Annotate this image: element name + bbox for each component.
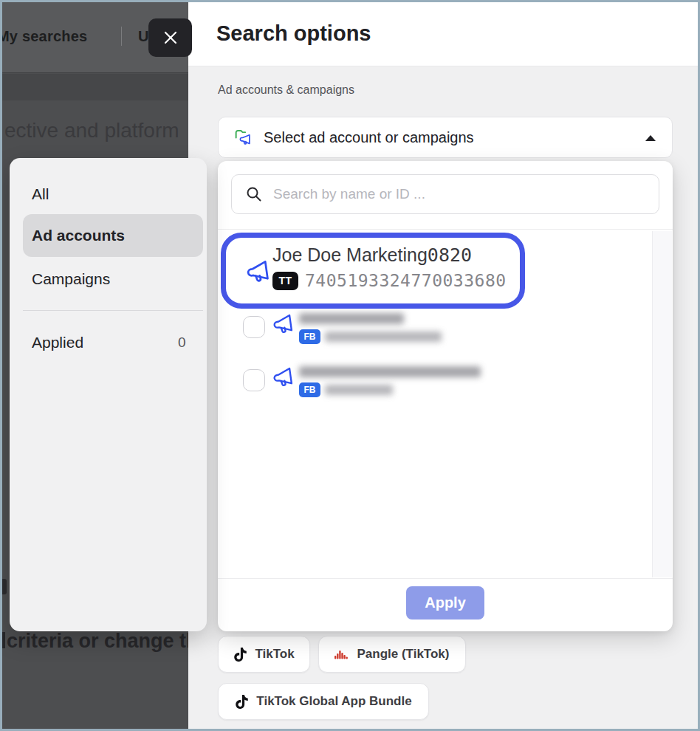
background-bottom-text: criteria or change th <box>7 630 199 653</box>
platform-button-pangle[interactable]: Pangle (TikTok) <box>318 636 466 673</box>
list-item-blurred-2[interactable]: FB <box>218 366 650 411</box>
platform-label: TikTok Global App Bundle <box>256 694 411 709</box>
applied-count: 0 <box>178 334 186 351</box>
close-button[interactable] <box>148 18 192 57</box>
menu-item-applied[interactable]: Applied <box>32 334 83 351</box>
menu-item-campaigns[interactable]: Campaigns <box>32 270 110 288</box>
account-name: Joe Doe Marketing0820 <box>272 244 472 266</box>
platform-button-tiktok-global-app-bundle[interactable]: TikTok Global App Bundle <box>218 683 429 720</box>
search-input[interactable] <box>273 186 645 202</box>
cut-text-fragment <box>2 579 7 594</box>
account-id: 7405193324770033680 <box>305 271 507 290</box>
platform-button-tiktok[interactable]: TikTok <box>218 636 310 673</box>
account-dropdown-popup: Joe Doe Marketing0820 TT 740519332477003… <box>218 161 673 631</box>
tiktok-platform-badge: TT <box>272 272 298 290</box>
divider <box>218 229 673 230</box>
list-item-joe-doe-marketing[interactable]: Joe Doe Marketing0820 TT 740519332477003… <box>218 238 650 305</box>
menu-item-ad-accounts[interactable]: Ad accounts <box>32 227 125 244</box>
account-campaign-icon <box>233 128 253 148</box>
close-icon <box>162 29 179 47</box>
select-label: Select ad account or campaigns <box>264 129 474 146</box>
pangle-icon <box>334 649 349 660</box>
divider <box>23 310 203 311</box>
cut-text-fragment <box>2 632 5 648</box>
screenshot-stage: My searches US ective and platform crite… <box>0 0 700 731</box>
blurred-account-name <box>299 313 404 324</box>
tiktok-icon <box>233 647 247 662</box>
section-label: Ad accounts & campaigns <box>218 83 354 97</box>
list-item-blurred-1[interactable]: FB <box>218 313 650 357</box>
item-checkbox[interactable] <box>243 369 265 391</box>
blurred-account-id <box>325 385 393 395</box>
chevron-up-icon <box>645 135 656 141</box>
background-heading: ective and platform <box>4 119 179 143</box>
facebook-platform-badge: FB <box>299 382 320 397</box>
apply-button[interactable]: Apply <box>406 586 484 620</box>
megaphone-icon <box>244 259 271 284</box>
tiktok-icon <box>235 694 249 710</box>
blurred-account-name <box>299 366 481 377</box>
search-icon <box>245 185 263 203</box>
panel-header: Search options <box>188 2 700 66</box>
megaphone-icon <box>271 366 295 388</box>
facebook-platform-badge: FB <box>299 329 320 344</box>
platform-label: Pangle (TikTok) <box>357 647 449 662</box>
blurred-account-id <box>325 332 442 342</box>
scrollbar-track[interactable] <box>652 231 672 577</box>
platform-label: TikTok <box>255 647 294 662</box>
nav-divider <box>121 27 122 46</box>
ad-account-select[interactable]: Select ad account or campaigns <box>218 117 673 158</box>
item-checkbox[interactable] <box>243 316 265 338</box>
my-searches-tab: My searches <box>0 28 87 45</box>
account-id-row: TT 7405193324770033680 <box>272 271 507 290</box>
dropdown-search-box[interactable] <box>231 174 659 214</box>
category-flyout-menu: All Ad accounts Campaigns Applied 0 <box>10 158 207 631</box>
divider <box>218 578 673 579</box>
page-title: Search options <box>216 21 371 46</box>
megaphone-icon <box>271 313 295 335</box>
menu-item-all[interactable]: All <box>32 185 49 203</box>
